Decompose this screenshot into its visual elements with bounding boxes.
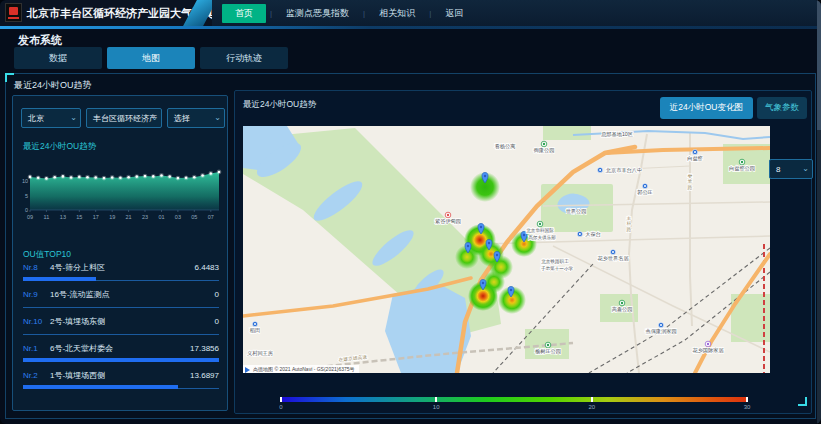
park-poi-icon [739,159,745,165]
row-ou-value: 0 [215,317,219,326]
map-label: 世界公园 [566,208,587,214]
svg-text:5: 5 [25,193,28,199]
svg-text:花乡国际家居: 花乡国际家居 [692,347,724,354]
svg-text:樊羊路: 樊羊路 [688,174,693,191]
svg-text:09: 09 [27,214,33,220]
map-label: 总部基地10区 [600,131,633,138]
svg-text:23: 23 [142,214,148,220]
top-list-title: OU值TOP10 [23,249,71,261]
nav-tab-4[interactable]: 返回 [435,4,473,23]
svg-text:21: 21 [126,214,132,220]
svg-text:御康公园: 御康公园 [533,147,555,154]
amap-logo-icon [245,367,250,373]
ou-change-map-button[interactable]: 近24小时OU变化图 [660,97,753,119]
park-select[interactable]: 丰台区循环经济产⌄ [86,108,162,128]
svg-text:15: 15 [76,214,82,220]
row-station-name: 4号-筛分上料区 [50,262,105,273]
map-card: 最近24小时OU趋势 近24小时OU变化图 气象参数 [234,90,812,414]
map-label: 义村回王房 [247,350,273,357]
top-list-row: Nr.21号-填埋场西侧13.6897 [23,370,219,389]
publish-system-label: 发布系统 [18,33,62,48]
row-ou-value: 6.4483 [195,263,219,272]
hour-select[interactable]: 8⌄ [769,159,813,179]
svg-text:燕保康润家园: 燕保康润家园 [645,328,676,335]
dashboard-page: 北京市丰台区循环经济产业园大气恶臭状况实时 首页|监测点恶臭指数|相关知识|返回… [0,0,821,424]
svg-text:白盆窑公园: 白盆窑公园 [729,165,755,172]
red-poi-icon [445,212,451,218]
metro-station-icon [577,231,582,236]
nav-separator: | [363,9,365,18]
park-poi-icon [545,342,551,348]
panel-corner-accent [5,73,14,82]
row-bar [23,277,219,281]
row-rank: Nr.8 [23,263,50,272]
map-label: 子弟第十一小学 [541,266,574,271]
svg-text:05: 05 [191,214,197,220]
svg-text:紫谷伊甸园: 紫谷伊甸园 [435,218,461,225]
nav-separator: | [429,9,431,18]
row-ou-value: 0 [215,290,219,299]
svg-text:义村回王房: 义村回王房 [247,350,273,357]
nav-tab-3[interactable]: 相关知识 [369,4,425,23]
metro-poi-icon [658,322,663,327]
svg-text:13: 13 [60,214,66,220]
svg-text:榆树庄公园: 榆树庄公园 [535,348,561,355]
header-accent-strip [0,26,821,29]
svg-text:03: 03 [175,214,181,220]
svg-text:花乡世界名居: 花乡世界名居 [597,255,629,262]
map-view[interactable]: 看杨公寓总部基地10区白盆窑御康公园北京市丰台八中白盆窑公园郭公庄樊羊路丰科路紫… [243,126,770,373]
row-station-name: 2号-填埋场东侧 [50,316,105,327]
chevron-down-icon: ⌄ [151,113,158,122]
nav-tab-2[interactable]: 监测点恶臭指数 [276,4,359,23]
map-label: 北京铁路职工 [541,258,569,265]
map-section-title: 最近24小时OU趋势 [243,99,316,111]
nav-separator: | [270,9,272,18]
svg-text:子弟第十一小学: 子弟第十一小学 [541,266,574,271]
legend-tick-mark [435,397,437,402]
svg-text:0: 0 [25,207,28,213]
nav-tab-1[interactable]: 首页 [222,4,266,23]
svg-text:总部基地10区: 总部基地10区 [600,131,633,138]
svg-text:白盆窑: 白盆窑 [687,155,703,162]
svg-text:北京铁路职工: 北京铁路职工 [541,258,569,265]
svg-text:高鑫公园: 高鑫公园 [612,306,633,312]
row-bar [23,358,219,362]
svg-text:07: 07 [208,214,214,220]
scrollbar-thumb[interactable] [817,0,821,130]
view-tab-1[interactable]: 数据 [14,47,102,69]
row-bar [23,331,219,335]
city-select[interactable]: 北京⌄ [21,108,81,128]
page-scrollbar[interactable] [817,0,821,424]
map-label: 丰科路 [627,216,632,233]
row-rank: Nr.10 [23,317,50,326]
svg-text:17: 17 [93,214,99,220]
row-ou-value: 17.3856 [190,344,219,353]
svg-text:世界公园: 世界公园 [566,208,587,214]
card-corner-accent [798,397,807,406]
top-list-row: Nr.84号-筛分上料区6.4483 [23,262,219,281]
row-bar [23,304,219,308]
svg-text:11: 11 [44,214,50,220]
svg-text:10: 10 [22,178,28,184]
trend-card: 北京⌄ 丰台区循环经济产⌄ 选择⌄ 最近24小时OU趋势 05100911131… [12,95,228,411]
view-tab-2[interactable]: 地图 [107,47,195,69]
chevron-down-icon: ⌄ [802,164,809,173]
metro-poi-icon [692,149,697,154]
park-poi-icon [541,141,547,147]
station-select[interactable]: 选择⌄ [167,108,225,128]
metro-poi-icon [610,249,615,254]
top-list-row: Nr.16号-北天堂村委会17.3856 [23,343,219,362]
view-tab-3[interactable]: 行动轨迹 [200,47,288,69]
legend-gradient-bar [281,397,747,402]
view-tabs: 数据地图行动轨迹 [14,47,288,69]
app-logo-icon [5,3,22,22]
ou-trend-chart: 0510091113151719212301030507 [15,153,225,231]
row-ou-value: 13.6897 [190,371,219,380]
park-poi-icon [537,221,543,227]
legend-tick-mark [591,397,593,402]
ou-top-list: Nr.84号-筛分上料区6.4483Nr.916号-流动监测点0Nr.102号-… [23,262,219,397]
map-label: 樊羊路 [688,174,693,191]
weather-params-button[interactable]: 气象参数 [757,97,807,119]
svg-text:北京市丰台八中: 北京市丰台八中 [605,167,642,174]
top-nav: 首页|监测点恶臭指数|相关知识|返回 [212,0,821,26]
